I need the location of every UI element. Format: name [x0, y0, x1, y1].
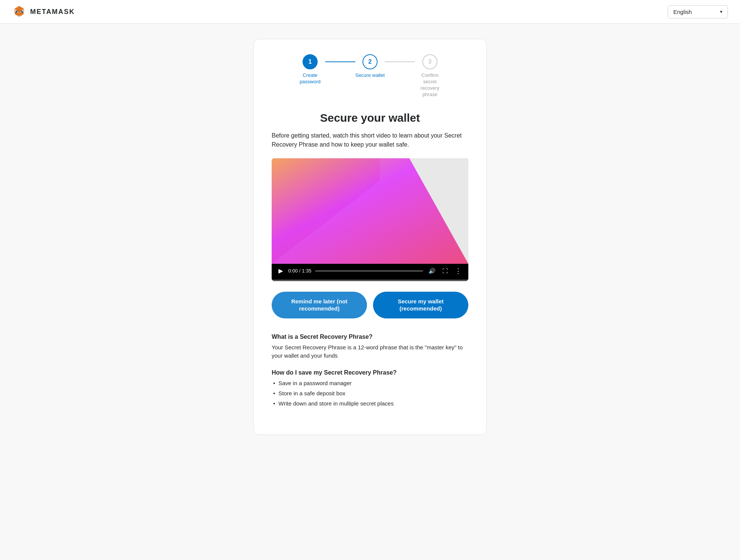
video-thumbnail — [272, 158, 468, 264]
video-scrubber-track[interactable] — [272, 280, 468, 281]
step-3-label: Confirm secret recovery phrase — [415, 72, 445, 98]
stepper: 1 Create password 2 Secure wallet 3 Conf… — [272, 54, 468, 98]
language-selector[interactable]: English ▾ — [668, 5, 728, 18]
info-section-1: What is a Secret Recovery Phrase? Your S… — [272, 334, 468, 360]
page-title: Secure your wallet — [272, 112, 468, 124]
step-connector-2 — [385, 61, 415, 62]
step-2-label: Secure wallet — [355, 72, 385, 79]
step-3: 3 Confirm secret recovery phrase — [415, 54, 445, 98]
svg-point-16 — [21, 12, 21, 13]
metamask-fox-icon — [12, 5, 26, 19]
list-item-3: Write down and store in multiple secret … — [272, 399, 468, 407]
logo-area: METAMASK — [12, 5, 75, 19]
step-1: 1 Create password — [295, 54, 325, 85]
setup-card: 1 Create password 2 Secure wallet 3 Conf… — [253, 39, 487, 435]
mute-button[interactable]: 🔊 — [427, 267, 437, 275]
video-controls-bar: ▶ 0:00 / 1:35 🔊 ⛶ ⋮ — [272, 264, 468, 280]
step-1-label: Create password — [295, 72, 325, 85]
list-item-2: Store in a safe deposit box — [272, 389, 468, 397]
step-3-circle: 3 — [422, 54, 437, 69]
action-buttons: Remind me later (not recommended) Secure… — [272, 292, 468, 318]
logo-text: METAMASK — [30, 8, 75, 16]
step-connector-1 — [325, 61, 355, 62]
video-player[interactable]: ▶ 0:00 / 1:35 🔊 ⛶ ⋮ — [272, 158, 468, 281]
chevron-down-icon: ▾ — [720, 9, 722, 14]
video-time: 0:00 / 1:35 — [288, 268, 311, 274]
secure-wallet-button[interactable]: Secure my wallet (recommended) — [373, 292, 468, 318]
play-button[interactable]: ▶ — [277, 266, 284, 275]
info-heading-1: What is a Secret Recovery Phrase? — [272, 334, 468, 340]
more-options-button[interactable]: ⋮ — [453, 266, 463, 276]
info-heading-2: How do I save my Secret Recovery Phrase? — [272, 369, 468, 376]
language-label: English — [673, 9, 692, 15]
remind-later-button[interactable]: Remind me later (not recommended) — [272, 292, 367, 318]
info-text-1: Your Secret Recovery Phrase is a 12-word… — [272, 343, 468, 360]
svg-point-15 — [17, 12, 18, 13]
header: METAMASK English ▾ — [0, 0, 740, 24]
step-2: 2 Secure wallet — [355, 54, 385, 79]
step-2-circle: 2 — [362, 54, 378, 69]
info-list-2: Save in a password manager Store in a sa… — [272, 379, 468, 407]
main-content: 1 Create password 2 Secure wallet 3 Conf… — [0, 24, 740, 457]
video-triangle-overlay — [272, 158, 468, 264]
step-1-circle: 1 — [303, 54, 318, 69]
page-subtitle: Before getting started, watch this short… — [272, 131, 468, 149]
info-section-2: How do I save my Secret Recovery Phrase?… — [272, 369, 468, 407]
video-progress-bar[interactable] — [315, 270, 423, 272]
fullscreen-button[interactable]: ⛶ — [441, 267, 450, 275]
list-item-1: Save in a password manager — [272, 379, 468, 387]
